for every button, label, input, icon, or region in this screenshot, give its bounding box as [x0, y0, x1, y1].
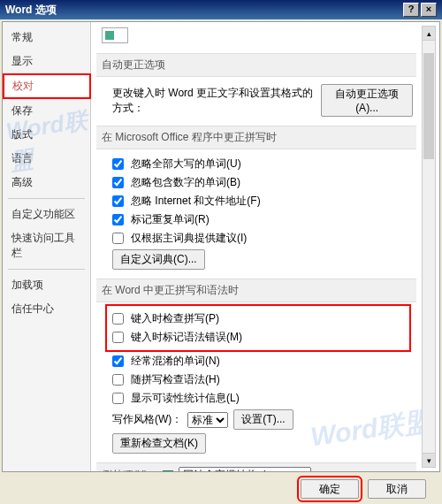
- label-mark-grammar-typing[interactable]: 键入时标记语法错误(M): [131, 330, 242, 345]
- sidebar-item-advanced[interactable]: 高级: [3, 171, 90, 195]
- proofing-icon: [102, 27, 128, 43]
- checkbox-main-dict-only[interactable]: [112, 233, 124, 244]
- sidebar-item-general[interactable]: 常规: [3, 26, 90, 50]
- sidebar-item-trust-center[interactable]: 信任中心: [3, 297, 90, 321]
- window-title: Word 选项: [5, 0, 57, 19]
- scroll-up-icon[interactable]: ▴: [423, 27, 435, 41]
- label-main-dict-only[interactable]: 仅根据主词典提供建议(I): [131, 231, 247, 246]
- sidebar-item-display[interactable]: 显示: [3, 50, 90, 73]
- checkbox-confused-words[interactable]: [112, 355, 124, 367]
- checkbox-grammar-with-spell[interactable]: [112, 374, 124, 386]
- word-document-icon: [163, 470, 173, 471]
- recheck-document-button[interactable]: 重新检查文档(K): [112, 433, 206, 454]
- checkbox-readability-stats[interactable]: [112, 393, 124, 404]
- label-flag-repeat[interactable]: 标记重复单词(R): [131, 212, 210, 227]
- checkbox-check-spelling-typing[interactable]: [112, 313, 124, 325]
- ok-button[interactable]: 确定: [301, 479, 359, 499]
- autocorrect-options-button[interactable]: 自动更正选项(A)...: [321, 84, 413, 117]
- label-readability-stats[interactable]: 显示可读性统计信息(L): [131, 391, 240, 406]
- close-button[interactable]: ×: [421, 3, 437, 17]
- sidebar-item-language[interactable]: 语言: [3, 147, 90, 171]
- vertical-scrollbar[interactable]: ▴ ▾: [422, 26, 436, 468]
- sidebar-item-addins[interactable]: 加载项: [3, 273, 90, 297]
- title-bar: Word 选项 ? ×: [0, 0, 442, 19]
- scroll-thumb[interactable]: [423, 53, 434, 159]
- sidebar-item-proofing[interactable]: 校对: [3, 73, 91, 99]
- label-ignore-internet[interactable]: 忽略 Internet 和文件地址(F): [131, 194, 261, 209]
- writing-style-label: 写作风格(W)：: [112, 412, 182, 427]
- cancel-button[interactable]: 取消: [368, 479, 426, 499]
- sidebar-item-layout[interactable]: 版式: [3, 123, 90, 147]
- scroll-down-icon[interactable]: ▾: [423, 453, 435, 467]
- exceptions-label: 例外项(X)：: [102, 469, 158, 471]
- help-button[interactable]: ?: [403, 3, 419, 17]
- label-confused-words[interactable]: 经常混淆的单词(N): [131, 354, 220, 369]
- section-wordgrammar-header: 在 Word 中更正拼写和语法时: [96, 279, 416, 302]
- sidebar-divider: [8, 269, 85, 270]
- dialog-footer: 确定 取消: [0, 479, 442, 499]
- checkbox-ignore-uppercase[interactable]: [112, 158, 124, 170]
- sidebar-item-customize-ribbon[interactable]: 自定义功能区: [3, 202, 90, 226]
- autocorrect-desc: 更改键入时 Word 更正文字和设置其格式的方式：: [112, 86, 316, 116]
- label-check-spelling-typing[interactable]: 键入时检查拼写(P): [131, 311, 219, 326]
- writing-style-settings-button[interactable]: 设置(T)...: [233, 409, 293, 430]
- sidebar-item-save[interactable]: 保存: [3, 99, 90, 123]
- section-autocorrect-header: 自动更正选项: [96, 53, 416, 77]
- label-ignore-uppercase[interactable]: 忽略全部大写的单词(U): [131, 157, 241, 172]
- sidebar-divider: [8, 198, 85, 199]
- sidebar: Word联盟 常规 显示 校对 保存 版式 语言 高级 自定义功能区 快速访问工…: [3, 22, 91, 471]
- label-ignore-numbers[interactable]: 忽略包含数字的单词(B): [131, 175, 240, 190]
- checkbox-mark-grammar-typing[interactable]: [112, 332, 124, 343]
- checkbox-ignore-internet[interactable]: [112, 195, 124, 207]
- checkbox-ignore-numbers[interactable]: [112, 177, 124, 188]
- writing-style-select[interactable]: 标准: [187, 412, 228, 428]
- section-exceptions-header: 例外项(X)： 网站金字塔结构.docx: [96, 462, 416, 471]
- sidebar-item-quick-access[interactable]: 快速访问工具栏: [3, 226, 90, 265]
- label-grammar-with-spell[interactable]: 随拼写检查语法(H): [131, 372, 220, 387]
- main-pane: Word联盟 自动更正选项 更改键入时 Word 更正文字和设置其格式的方式： …: [91, 22, 439, 471]
- checkbox-flag-repeat[interactable]: [112, 214, 124, 225]
- custom-dictionaries-button[interactable]: 自定义词典(C)...: [112, 249, 205, 270]
- exceptions-document-select[interactable]: 网站金字塔结构.docx: [179, 467, 311, 471]
- section-msoffice-header: 在 Microsoft Office 程序中更正拼写时: [96, 126, 416, 149]
- dialog-content: Word联盟 常规 显示 校对 保存 版式 语言 高级 自定义功能区 快速访问工…: [2, 21, 440, 472]
